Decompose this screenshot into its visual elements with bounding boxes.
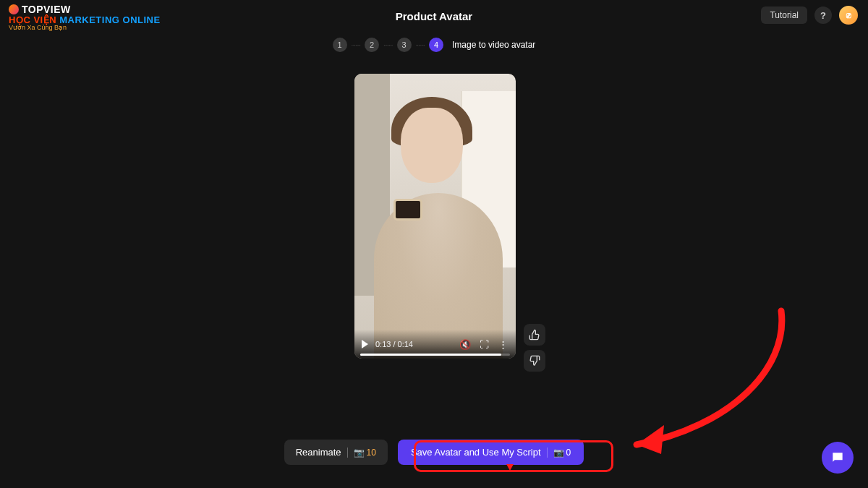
credit-icon: 📷 xyxy=(553,448,564,458)
logo-line2b: MARKETING ONLINE xyxy=(59,14,160,25)
reanimate-cost-value: 10 xyxy=(367,448,376,458)
action-bar: Reanimate 📷 10 Save Avatar and Use My Sc… xyxy=(0,440,868,465)
video-frame-illustration xyxy=(354,74,516,359)
save-cost: 📷 0 xyxy=(553,448,571,458)
save-avatar-button[interactable]: Save Avatar and Use My Script 📷 0 xyxy=(398,440,584,465)
fullscreen-icon[interactable]: ⛶ xyxy=(478,338,490,350)
app-header: TOPVIEW HỌC VIỆN MARKETING ONLINE Vươn X… xyxy=(0,0,868,32)
step-4-active[interactable]: 4 xyxy=(429,38,443,52)
logo-tagline: Vươn Xa Cùng Bạn xyxy=(9,25,161,31)
video-controls: 0:13 / 0:14 🔇 ⛶ ⋮ xyxy=(354,330,516,359)
step-separator: ······· xyxy=(416,41,425,49)
reanimate-cost: 📷 10 xyxy=(354,448,376,458)
step-4-label: Image to video avatar xyxy=(452,40,535,50)
brand-logo: TOPVIEW HỌC VIỆN MARKETING ONLINE Vươn X… xyxy=(9,4,161,32)
tutorial-button[interactable]: Tutorial xyxy=(761,7,807,24)
mute-icon[interactable]: 🔇 xyxy=(459,338,471,350)
chat-icon xyxy=(830,450,845,465)
thumbs-up-icon xyxy=(529,329,540,341)
help-button[interactable]: ? xyxy=(814,7,832,24)
credit-icon: 📷 xyxy=(354,448,365,458)
thumbs-up-button[interactable] xyxy=(524,324,545,346)
save-cost-value: 0 xyxy=(566,448,571,458)
step-1[interactable]: 1 xyxy=(333,38,347,52)
play-icon[interactable] xyxy=(362,340,368,348)
brand-name: TOPVIEW xyxy=(22,4,71,15)
video-progress[interactable] xyxy=(360,354,510,356)
avatar-icon: ⎚ xyxy=(846,11,851,20)
annotation-cursor-icon xyxy=(506,464,514,471)
step-separator: ······· xyxy=(383,41,392,49)
divider xyxy=(347,448,348,458)
page-title: Product Avatar xyxy=(396,10,472,22)
thumbs-down-icon xyxy=(529,355,540,367)
step-3[interactable]: 3 xyxy=(397,38,412,52)
thumbs-down-button[interactable] xyxy=(524,350,545,372)
save-avatar-label: Save Avatar and Use My Script xyxy=(411,447,541,458)
reanimate-button[interactable]: Reanimate 📷 10 xyxy=(284,440,388,465)
annotation-arrow-icon xyxy=(608,304,796,463)
reanimate-label: Reanimate xyxy=(296,447,341,458)
more-icon[interactable]: ⋮ xyxy=(497,338,509,350)
wizard-stepper: 1 ······· 2 ······· 3 ······· 4 Image to… xyxy=(0,38,868,52)
avatar-video-preview[interactable]: 0:13 / 0:14 🔇 ⛶ ⋮ xyxy=(354,74,516,359)
video-time: 0:13 / 0:14 xyxy=(375,340,413,348)
chat-support-button[interactable] xyxy=(822,442,854,474)
divider xyxy=(547,448,548,458)
step-separator: ······· xyxy=(352,41,360,49)
logo-mark-icon xyxy=(9,4,19,14)
header-actions: Tutorial ? ⎚ xyxy=(761,6,858,25)
step-2[interactable]: 2 xyxy=(365,38,379,52)
user-avatar[interactable]: ⎚ xyxy=(839,6,858,25)
